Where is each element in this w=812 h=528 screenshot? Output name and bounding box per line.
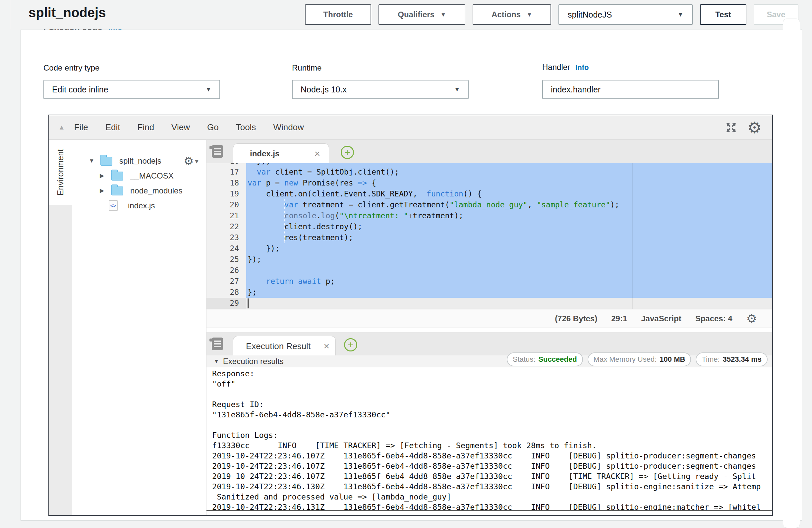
caret-expanded-icon[interactable]: ▼ [89, 158, 95, 164]
lambda-console-page: split_nodejs Throttle Qualifiers ▼ Actio… [0, 0, 812, 528]
handler-input[interactable] [542, 80, 719, 99]
code-editing-area[interactable]: 1617181920212223242526272829 }); var cli… [206, 163, 772, 309]
code-line-16: }); [248, 163, 271, 166]
function-code-card: Function code Info Code entry type Edit … [20, 29, 802, 521]
log-line: Request ID: [212, 399, 772, 410]
menubar-right-icons: ⚙ [725, 115, 762, 140]
test-event-select[interactable]: splitNodeJS ▼ [559, 4, 693, 25]
js-file-icon: <> [109, 200, 118, 211]
execution-result-tab[interactable]: Execution Result × [233, 336, 336, 356]
caret-collapsed-icon[interactable]: ▶ [100, 172, 104, 179]
code-editor-window: ▲ FileEditFindViewGoToolsWindow [48, 115, 773, 516]
text-cursor [248, 298, 249, 308]
throttle-button-label: Throttle [323, 10, 353, 19]
statusbar-gear-icon[interactable]: ⚙ [746, 313, 757, 325]
line-number: 27 [206, 276, 239, 287]
qualifiers-button-label: Qualifiers [398, 10, 435, 19]
tab-list-icon[interactable] [212, 145, 223, 158]
indentation-status[interactable]: Spaces: 4 [695, 314, 733, 323]
badge-label: Max Memory Used: [594, 355, 657, 364]
runtime-label: Runtime [292, 63, 321, 73]
badge-time: Time:3523.34 ms [696, 352, 768, 366]
test-event-selected-value: splitNodeJS [568, 10, 612, 19]
log-line: 2019-10-24T22:23:46.107Z 131e865f-6eb4-4… [212, 451, 772, 461]
qualifiers-dropdown-button[interactable]: Qualifiers ▼ [378, 4, 465, 25]
line-number: 29 [206, 298, 239, 309]
runtime-value: Node.js 10.x [301, 85, 347, 94]
folder-icon [111, 187, 123, 195]
menu-find[interactable]: Find [137, 122, 155, 132]
actions-dropdown-button[interactable]: Actions ▼ [473, 4, 551, 25]
line-number: 26 [206, 265, 239, 276]
menu-view[interactable]: View [171, 122, 190, 132]
line-number: 25 [206, 254, 239, 265]
collapse-menubar-icon[interactable]: ▲ [58, 123, 65, 131]
environment-tab[interactable]: Environment [49, 140, 72, 205]
badge-status: Status:Succeeded [507, 352, 583, 366]
tree-item-label: index.js [128, 201, 155, 210]
runtime-select[interactable]: Node.js 10.x ▼ [292, 80, 469, 99]
caret-down-icon: ▼ [678, 11, 683, 18]
menu-file[interactable]: File [74, 122, 88, 132]
caret-down-icon: ▼ [527, 12, 532, 17]
menu-window[interactable]: Window [273, 122, 304, 132]
file-tree-panel[interactable]: ▼split_nodejs⚙▼▶__MACOSX▶node_modules<>i… [72, 140, 206, 515]
code-tab-indexjs[interactable]: index.js × [233, 144, 329, 164]
menu-edit[interactable]: Edit [105, 122, 120, 132]
badge-label: Status: [513, 355, 535, 364]
page-left-divider [10, 0, 10, 29]
collapse-results-icon[interactable]: ▼ [214, 358, 219, 364]
code-line-18: var p = new Promise(res => { [248, 178, 376, 189]
environment-strip: Environment [49, 140, 72, 515]
code-line-17: var client = SplitObj.client(); [248, 166, 399, 178]
tree-item-label: node_modules [130, 186, 182, 195]
tree-item-split-nodejs[interactable]: ▼split_nodejs⚙▼ [72, 153, 206, 168]
handler-info-link[interactable]: Info [575, 63, 589, 72]
line-number: 23 [206, 232, 239, 243]
handler-label: Handler [542, 63, 570, 72]
editor-statusbar: (726 Bytes) 29:1 JavaScript Spaces: 4 ⚙ [206, 309, 772, 328]
line-number: 18 [206, 178, 239, 189]
log-line: Sanitized and processed value => [lambda… [212, 492, 772, 502]
fullscreen-icon[interactable] [725, 121, 737, 134]
menu-go[interactable]: Go [207, 122, 219, 132]
execution-results-title: Execution results [223, 357, 284, 366]
code-tabbar: index.js × + [206, 140, 772, 163]
throttle-button[interactable]: Throttle [305, 4, 371, 25]
tree-settings-gear-icon[interactable]: ⚙▼ [184, 155, 198, 166]
tree-item-node-modules[interactable]: ▶node_modules [72, 183, 206, 198]
cursor-position-status: 29:1 [611, 314, 627, 323]
tab-list-icon[interactable] [212, 338, 223, 350]
log-line: "131e865f-6eb4-4dd8-858e-a37ef13330cc" [212, 410, 772, 420]
close-tab-icon[interactable]: × [323, 341, 330, 351]
log-line [212, 389, 772, 399]
section-heading-title: Function code [43, 29, 102, 32]
folder-icon [111, 172, 123, 180]
caret-collapsed-icon[interactable]: ▶ [100, 187, 104, 194]
log-line [212, 420, 772, 430]
new-tab-plus-icon[interactable]: + [344, 338, 357, 351]
section-heading-info-link: Info [108, 29, 122, 32]
badge-value: 3523.34 ms [723, 355, 762, 364]
menu-tools[interactable]: Tools [236, 122, 256, 132]
language-mode-status[interactable]: JavaScript [641, 314, 681, 323]
code-entry-type-value: Edit code inline [52, 85, 108, 94]
execution-results-body: Response:"off" Request ID:"131e865f-6eb4… [206, 367, 772, 511]
code-entry-type-select[interactable]: Edit code inline ▼ [43, 80, 220, 99]
badge-max-memory-used: Max Memory Used:100 MB [588, 352, 691, 366]
line-number-gutter: 1617181920212223242526272829 [206, 163, 246, 309]
tree-item-label: split_nodejs [119, 156, 161, 166]
test-button[interactable]: Test [700, 4, 746, 25]
badge-value: Succeeded [538, 355, 577, 364]
editor-settings-gear-icon[interactable]: ⚙ [748, 120, 762, 135]
log-line: f13330cc INFO [TIME TRACKER] => [Fetchin… [212, 441, 772, 451]
line-number: 24 [206, 243, 239, 254]
tree-item--macosx[interactable]: ▶__MACOSX [72, 168, 206, 183]
line-number: 22 [206, 221, 239, 232]
close-tab-icon[interactable]: × [314, 149, 320, 159]
new-tab-plus-icon[interactable]: + [341, 146, 354, 159]
page-scrollbar[interactable] [783, 18, 800, 528]
file-size-status: (726 Bytes) [555, 314, 597, 323]
code-line-27: return await p; [248, 276, 335, 287]
tree-item-index-js[interactable]: <>index.js [72, 198, 206, 213]
